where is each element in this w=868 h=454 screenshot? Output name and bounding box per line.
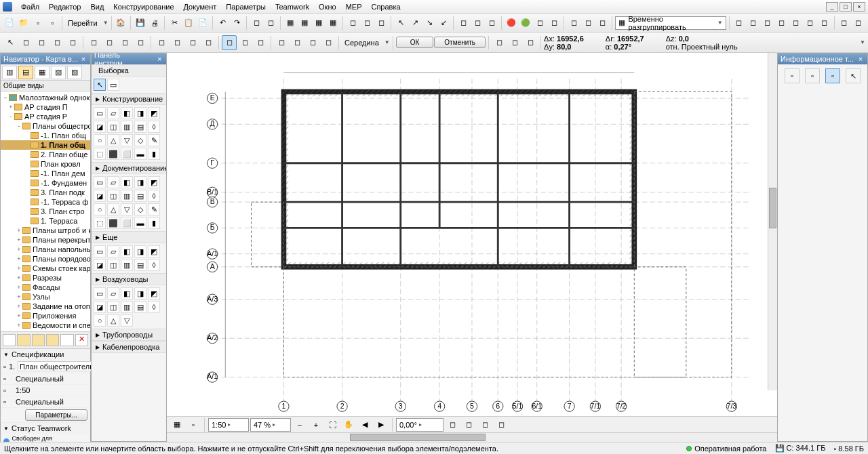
tool[interactable]: ▬ [134, 217, 146, 229]
tree-item[interactable]: +Задание на отоп [1, 302, 90, 311]
tb-btn[interactable]: ◻ [471, 16, 484, 30]
tool[interactable]: ◊ [148, 121, 160, 133]
tb-btn[interactable]: ◻ [445, 417, 460, 432]
action-btn[interactable] [46, 334, 59, 346]
info-icon[interactable]: ▫ [825, 68, 840, 83]
tb-btn[interactable]: ◻ [761, 16, 774, 30]
tree-item[interactable]: 3. План стро [1, 207, 90, 216]
action-btn[interactable] [3, 334, 16, 346]
tb-btn[interactable]: ◻ [185, 35, 200, 50]
zoom-dropdown[interactable]: 47 %▸ [250, 418, 291, 432]
nav-tab-project[interactable]: ▥ [2, 66, 17, 79]
section-document[interactable]: ▶Документирование [92, 162, 166, 174]
layers-icon[interactable]: ▦ [170, 417, 184, 432]
marquee-tool[interactable]: ▭ [107, 79, 119, 91]
section-cables[interactable]: ▶Кабелепроводка [92, 341, 166, 353]
drawing-viewport[interactable]: ЕДГВ/1ВБА/1АА/3А/2А/1 1234565/16/177/17/… [167, 53, 777, 416]
tb-btn[interactable]: ◻ [237, 35, 252, 50]
tb-btn[interactable]: ◻ [65, 35, 80, 50]
minimize-button[interactable]: _ [826, 2, 838, 12]
tb-btn[interactable]: ▦ [298, 16, 311, 30]
tb-btn[interactable]: ◻ [485, 16, 498, 30]
spec-header[interactable]: ▼Спецификации [1, 349, 90, 360]
tb-btn[interactable]: ◻ [250, 16, 263, 30]
scale-dropdown[interactable]: 1:50▸ [208, 418, 249, 432]
tb-btn[interactable]: ◻ [117, 35, 132, 50]
menu-mep[interactable]: MEP [341, 1, 367, 12]
tb-btn[interactable]: ◻ [456, 16, 470, 30]
tb-btn[interactable]: ◻ [374, 16, 388, 30]
tb-btn[interactable]: ◻ [507, 35, 522, 50]
tool[interactable]: ⬜ [121, 148, 133, 160]
scrollbar-horizontal[interactable] [167, 432, 777, 442]
tool[interactable]: ◫ [107, 190, 119, 202]
tb-btn[interactable]: ↙ [437, 16, 450, 30]
tb-btn[interactable]: ▫ [31, 16, 45, 30]
arrow-tool[interactable]: ↖ [94, 79, 106, 91]
tree-item[interactable]: +Фасады [1, 283, 90, 292]
tb-btn[interactable]: ◻ [50, 35, 64, 50]
tool[interactable]: ▤ [134, 190, 146, 202]
tb-btn[interactable]: ◻ [477, 417, 492, 432]
tool[interactable]: ▱ [107, 176, 119, 188]
tb-btn[interactable]: ▫ [45, 16, 59, 30]
tb-btn[interactable]: ◻ [305, 35, 320, 50]
tool[interactable]: △ [107, 314, 119, 327]
tb-btn[interactable]: ◻ [581, 16, 595, 30]
tool[interactable]: ▬ [134, 148, 146, 160]
tool[interactable]: ⬚ [94, 148, 106, 160]
tool[interactable]: ◨ [134, 245, 146, 257]
tree-item[interactable]: +Планы штроб и к [1, 226, 90, 235]
copy-icon[interactable]: 📋 [182, 16, 195, 30]
tb-btn[interactable]: ◻ [201, 35, 216, 50]
info-icon[interactable]: ▫ [805, 68, 820, 83]
view-icon[interactable]: ▫ [186, 417, 201, 432]
ungroup-dropdown[interactable]: ▦ Временно разгруппировать ▼ [615, 16, 726, 30]
tb-btn[interactable]: ◻ [533, 16, 547, 30]
chevron-down-icon[interactable]: ▼ [103, 20, 108, 26]
tool[interactable]: ▤ [134, 259, 146, 271]
tree-item[interactable]: +Разрезы [1, 273, 90, 283]
tool[interactable]: ▤ [134, 121, 146, 133]
tool[interactable]: ○ [94, 314, 106, 327]
panel-close-icon[interactable]: × [79, 55, 87, 63]
paste-icon[interactable]: 📄 [196, 16, 210, 30]
tree-item[interactable]: 1. Терраса [1, 216, 90, 226]
tool[interactable]: ◧ [121, 287, 133, 300]
scrollbar-vertical[interactable] [768, 53, 777, 390]
pointer-icon[interactable]: ↖ [846, 68, 861, 83]
tb-btn[interactable]: ◻ [346, 16, 359, 30]
tb-btn[interactable]: ◻ [523, 35, 538, 50]
tool[interactable]: ◪ [94, 190, 106, 202]
tb-btn[interactable]: ◻ [595, 16, 609, 30]
panel-close-icon[interactable]: × [155, 55, 163, 63]
close-button[interactable]: × [853, 2, 865, 12]
tb-btn[interactable]: ◻ [18, 35, 33, 50]
tb-btn[interactable]: 🟢 [519, 16, 532, 30]
tool[interactable]: ◩ [148, 176, 160, 188]
tree-item[interactable]: +АР стадия П [1, 102, 90, 112]
tree-item[interactable]: -Планы общестро [1, 121, 90, 131]
tree-item[interactable]: 3. План подк [1, 188, 90, 197]
tb-btn[interactable]: ◻ [789, 16, 803, 30]
open-icon[interactable]: 📁 [17, 16, 31, 30]
tree-item[interactable]: +Схемы стоек кар [1, 264, 90, 273]
next-icon[interactable]: ▶ [374, 417, 389, 432]
tool[interactable]: ▽ [121, 134, 133, 146]
tree-item[interactable]: +Узлы [1, 292, 90, 302]
menu-design[interactable]: Конструирование [108, 1, 178, 12]
nav-tab-layout[interactable]: ▦ [35, 66, 50, 79]
tool[interactable]: ◇ [134, 134, 146, 146]
tree-item[interactable]: -1. Фундамен [1, 178, 90, 188]
tree-item[interactable]: -1. Терраса ф [1, 197, 90, 207]
tool[interactable]: ▮ [148, 148, 160, 160]
tree-item[interactable]: +Планы перекрыт [1, 235, 90, 245]
tb-btn[interactable]: ◻ [360, 16, 374, 30]
tool[interactable]: ◩ [148, 107, 160, 119]
tree-item[interactable]: -АР стадия Р [1, 112, 90, 121]
nav-tab-more[interactable]: ▨ [67, 66, 82, 79]
fit-icon[interactable]: ⛶ [325, 417, 340, 432]
tree-item[interactable]: 2. План обще [1, 150, 90, 159]
tb-btn[interactable]: ◻ [321, 35, 336, 50]
menu-teamwork[interactable]: Teamwork [271, 1, 314, 12]
